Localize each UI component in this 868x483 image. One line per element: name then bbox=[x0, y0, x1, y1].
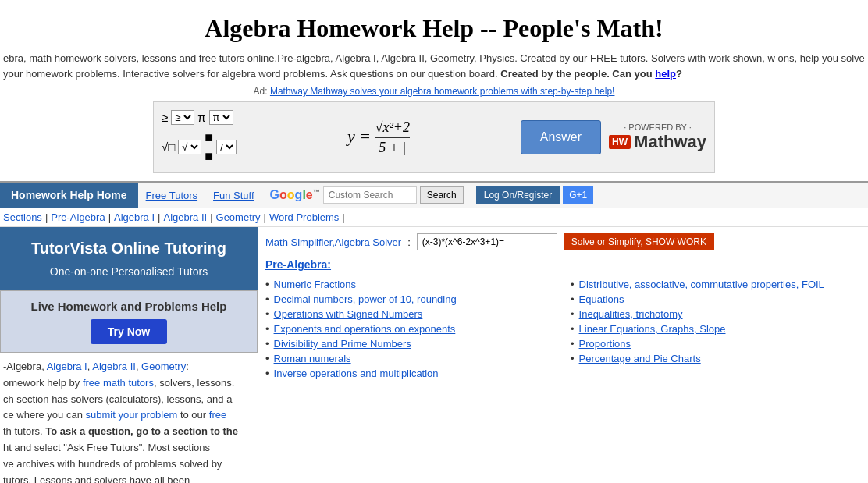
prealgebra-heading[interactable]: Pre-Algebra: bbox=[265, 258, 860, 271]
nav-links: Free Tutors Fun Stuff bbox=[138, 183, 262, 208]
ctrl-row-bottom: √□ √ ■■ / bbox=[162, 130, 237, 165]
section-prealgebra[interactable]: Pre-Algebra bbox=[51, 211, 105, 223]
search-button[interactable]: Search bbox=[420, 186, 464, 204]
topic-link[interactable]: Linear Equations, Graphs, Slope bbox=[579, 323, 726, 335]
hw-icon: HW bbox=[609, 135, 631, 149]
nav-search-area: Google™ Search bbox=[262, 183, 471, 207]
list-item: Operations with Signed Numbers bbox=[265, 307, 555, 321]
sections-label[interactable]: Sections bbox=[3, 211, 42, 223]
gplus-button[interactable]: G+1 bbox=[563, 186, 593, 204]
sections-nav: Sections | Pre-Algebra | Algebra I | Alg… bbox=[0, 208, 868, 227]
gte-dropdown[interactable]: ≥ bbox=[171, 110, 194, 125]
topic-link[interactable]: Inverse operations and multiplication bbox=[274, 368, 439, 379]
main-content: TutorVista Online Tutoring One-on-one Pe… bbox=[0, 227, 868, 483]
description-bold: Created by the people. Can you help? bbox=[500, 68, 682, 80]
section-geometry[interactable]: Geometry bbox=[216, 211, 261, 223]
mathway-logo: HW Mathway bbox=[609, 132, 706, 152]
list-item: Inverse operations and multiplication bbox=[265, 366, 555, 381]
right-content: Math Simplifier,Algebra Solver : Solve o… bbox=[258, 227, 868, 483]
solver-button[interactable]: Solve or Simplify, SHOW WORK bbox=[564, 233, 714, 250]
sqrt-dropdown[interactable]: √ bbox=[178, 140, 201, 154]
list-item: Equations bbox=[571, 292, 860, 307]
list-item: Decimal numbers, power of 10, rounding bbox=[265, 292, 555, 307]
left-text: -Algebra, Algebra I, Algebra II, Geometr… bbox=[0, 353, 258, 483]
ctrl-row-top: ≥ ≥ π π bbox=[162, 110, 237, 125]
pi-symbol: π bbox=[197, 111, 205, 124]
powered-by-text: · POWERED BY · bbox=[609, 123, 706, 132]
fraction-icon: ■■ bbox=[205, 130, 213, 165]
ad-prefix: Ad: bbox=[254, 86, 268, 97]
pi-dropdown[interactable]: π bbox=[209, 110, 233, 125]
link-algebra1[interactable]: Algebra I bbox=[47, 360, 87, 372]
frac-symbol: ■■ bbox=[205, 130, 213, 165]
link-free[interactable]: free bbox=[209, 409, 226, 421]
list-item: Inequalities, trichotomy bbox=[571, 307, 860, 321]
nav-fun-stuff[interactable]: Fun Stuff bbox=[205, 183, 262, 208]
topic-link[interactable]: Proportions bbox=[579, 338, 631, 350]
google-logo: Google™ bbox=[270, 188, 320, 202]
link-submit[interactable]: submit your problem bbox=[86, 409, 178, 421]
link-algebra2[interactable]: Algebra II bbox=[92, 360, 136, 372]
list-item: Divisibility and Prime Numbers bbox=[265, 336, 555, 351]
description-text: ebra, math homework solvers, lessons and… bbox=[0, 51, 868, 86]
list-item: Percentage and Pie Charts bbox=[571, 351, 860, 366]
solver-label[interactable]: Math Simplifier,Algebra Solver bbox=[265, 236, 401, 248]
topics-right-list: Distributive, associative, commutative p… bbox=[571, 277, 860, 366]
mathway-brand: Mathway bbox=[634, 132, 706, 152]
list-item: Numeric Fractions bbox=[265, 277, 555, 292]
tutor-promo: TutorVista Online Tutoring One-on-one Pe… bbox=[0, 227, 258, 290]
topic-link[interactable]: Decimal numbers, power of 10, rounding bbox=[274, 293, 457, 305]
link-free-tutors[interactable]: free math tutors bbox=[83, 377, 154, 389]
list-item: Exponents and operations on exponents bbox=[265, 321, 555, 336]
solver-input[interactable] bbox=[417, 233, 557, 250]
tutor-subtitle: One-on-one Personalised Tutors bbox=[12, 265, 245, 278]
topics-left-list: Numeric Fractions Decimal numbers, power… bbox=[265, 277, 555, 381]
topic-link[interactable]: Roman numerals bbox=[274, 353, 351, 364]
tutor-ad: Live Homework and Problems Help Try Now bbox=[0, 290, 258, 353]
section-algebra2[interactable]: Algebra II bbox=[163, 211, 207, 223]
frac-dropdown[interactable]: / bbox=[216, 140, 237, 154]
list-item: Roman numerals bbox=[265, 351, 555, 366]
tutor-title: TutorVista Online Tutoring bbox=[12, 240, 245, 257]
ad-title: Live Homework and Problems Help bbox=[31, 300, 227, 313]
topic-link[interactable]: Percentage and Pie Charts bbox=[579, 353, 701, 364]
page-title: Algebra Homework Help -- People's Math! bbox=[0, 0, 868, 51]
mathway-controls: ≥ ≥ π π √□ √ ■■ / bbox=[162, 110, 237, 165]
topic-link[interactable]: Inequalities, trichotomy bbox=[579, 308, 683, 320]
topic-link[interactable]: Distributive, associative, commutative p… bbox=[579, 279, 824, 290]
topic-link[interactable]: Operations with Signed Numbers bbox=[274, 308, 423, 320]
mathway-formula: y = √x²+2 5 + | bbox=[244, 119, 513, 156]
link-geometry[interactable]: Geometry bbox=[141, 360, 186, 372]
navbar: Homework Help Home Free Tutors Fun Stuff… bbox=[0, 181, 868, 208]
topics-columns: Numeric Fractions Decimal numbers, power… bbox=[265, 277, 860, 381]
solver-bar: Math Simplifier,Algebra Solver : Solve o… bbox=[265, 233, 860, 250]
topic-link[interactable]: Exponents and operations on exponents bbox=[274, 323, 456, 335]
mathway-ad-link[interactable]: Mathway Mathway solves your algebra home… bbox=[270, 86, 615, 97]
topics-right: Distributive, associative, commutative p… bbox=[571, 277, 860, 381]
section-algebra1[interactable]: Algebra I bbox=[114, 211, 155, 223]
topic-link[interactable]: Equations bbox=[579, 293, 624, 305]
gte-symbol: ≥ bbox=[162, 111, 168, 124]
description-main: ebra, math homework solvers, lessons and… bbox=[3, 52, 865, 80]
section-word-problems[interactable]: Word Problems bbox=[269, 211, 339, 223]
topics-left: Numeric Fractions Decimal numbers, power… bbox=[265, 277, 555, 381]
nav-home-link[interactable]: Homework Help Home bbox=[0, 183, 138, 208]
mathway-logo-area: · POWERED BY · HW Mathway bbox=[609, 123, 706, 152]
topic-link[interactable]: Divisibility and Prime Numbers bbox=[274, 338, 411, 350]
mathway-answer-button[interactable]: Answer bbox=[521, 120, 601, 154]
topic-link[interactable]: Numeric Fractions bbox=[274, 279, 356, 290]
login-button[interactable]: Log On/Register bbox=[476, 186, 560, 204]
help-link[interactable]: help bbox=[655, 68, 676, 80]
try-now-button[interactable]: Try Now bbox=[91, 319, 167, 344]
sqrt-symbol: √□ bbox=[162, 140, 175, 154]
list-item: Linear Equations, Graphs, Slope bbox=[571, 321, 860, 336]
search-input[interactable] bbox=[323, 186, 417, 204]
list-item: Distributive, associative, commutative p… bbox=[571, 277, 860, 292]
nav-free-tutors[interactable]: Free Tutors bbox=[138, 183, 205, 208]
left-sidebar: TutorVista Online Tutoring One-on-one Pe… bbox=[0, 227, 258, 483]
ad-line: Ad: Mathway Mathway solves your algebra … bbox=[0, 86, 868, 101]
mathway-widget: ≥ ≥ π π √□ √ ■■ / y = √x²+2 5 + | Answer… bbox=[153, 101, 715, 173]
list-item: Proportions bbox=[571, 336, 860, 351]
